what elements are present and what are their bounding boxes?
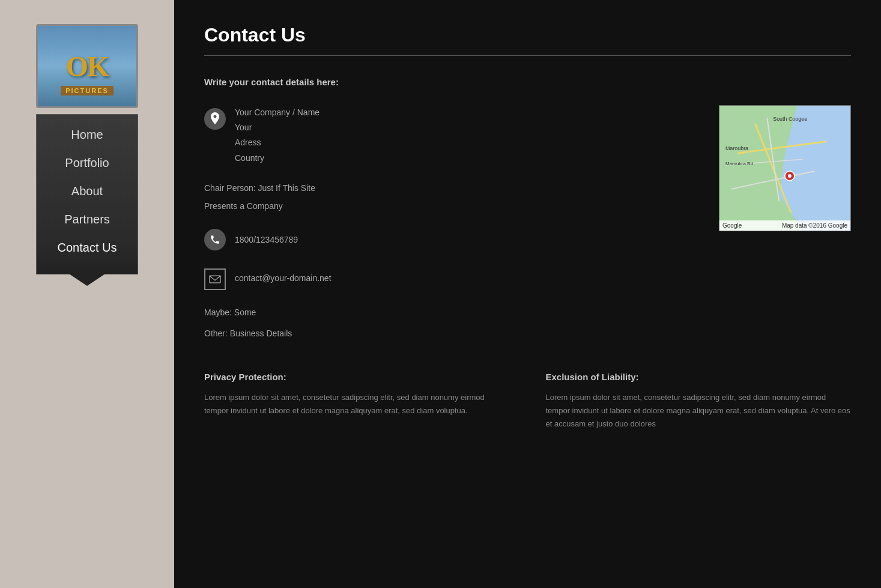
nav-menu: Home Portfolio About Partners Contact Us [36,114,138,274]
svg-text:South Coogee: South Coogee [773,116,807,122]
phone-icon [204,229,226,250]
chair-person: Chair Person: Just If This Site [204,181,695,196]
chair-person2: Presents a Company [204,199,695,214]
logo-subtitle: PICTURES [61,86,114,95]
other-info: Other: Business Details [204,326,695,341]
logo-text: OK [66,50,109,83]
sidebar-item-home[interactable]: Home [37,121,138,149]
sidebar-item-partners[interactable]: Partners [37,205,138,234]
sidebar-item-contact[interactable]: Contact Us [37,234,138,262]
phone-number: 1800/123456789 [235,235,298,244]
sidebar-item-portfolio[interactable]: Portfolio [37,149,138,177]
main-content: Contact Us Write your contact details he… [174,0,881,588]
address-line1: Your [235,120,319,135]
company-name: Your Company / Name [235,105,319,120]
privacy-col: Privacy Protection: Lorem ipsum dolor si… [204,372,510,431]
map-label-right: Map data ©2016 Google [782,222,847,229]
email-row: contact@your-domain.net [204,265,695,290]
location-icon [204,108,226,130]
email-address: contact@your-domain.net [235,273,332,283]
sidebar-item-about[interactable]: About [37,177,138,205]
map-label: Google Map data ©2016 Google [719,220,850,231]
phone-row: 1800/123456789 [204,229,695,250]
maybe-info: Maybe: Some [204,305,695,320]
section-intro: Write your contact details here: [204,77,851,87]
address-text: Your Company / Name Your Adress Country [235,105,319,166]
liability-title: Exclusion of Liability: [546,372,852,382]
map-label-left: Google [722,222,742,229]
svg-point-12 [788,174,792,178]
logo: OK PICTURES [36,24,138,108]
privacy-text: Lorem ipsum dolor sit amet, consetetur s… [204,391,510,417]
page-title: Contact Us [204,24,851,46]
address-line3: Country [235,151,319,166]
divider [204,55,851,56]
sidebar: OK PICTURES Home Portfolio About Partner… [0,0,174,588]
liability-text: Lorem ipsum dolor sit amet, consetetur s… [546,391,852,431]
email-icon [204,268,226,290]
liability-col: Exclusion of Liability: Lorem ipsum dolo… [546,372,852,431]
contact-info-wrapper: Your Company / Name Your Adress Country … [204,105,851,348]
legal-section: Privacy Protection: Lorem ipsum dolor si… [204,372,851,431]
address-row: Your Company / Name Your Adress Country [204,105,695,166]
contact-details: Your Company / Name Your Adress Country … [204,105,695,348]
privacy-title: Privacy Protection: [204,372,510,382]
svg-text:Maroubra: Maroubra [725,145,748,151]
address-line2: Adress [235,135,319,150]
svg-text:Maroubra Rd: Maroubra Rd [725,161,753,166]
map-container: Maroubra South Coogee Maroubra Rd Google… [719,105,851,231]
